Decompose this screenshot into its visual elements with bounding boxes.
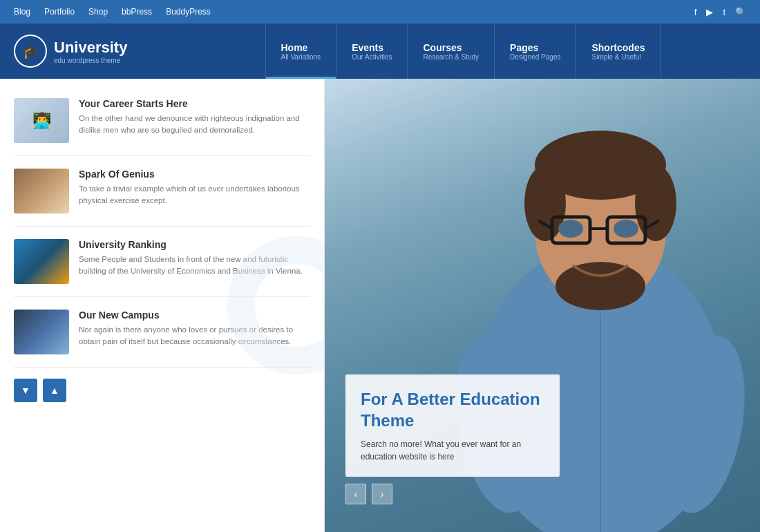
- nav-sublabel: Our Activities: [352, 53, 392, 61]
- slider-controls: ‹ ›: [345, 484, 392, 504]
- card-title: Spark Of Genius: [79, 169, 310, 180]
- card-image: [14, 310, 69, 354]
- slider-next-button[interactable]: ›: [372, 484, 392, 504]
- nav-sublabel: Research & Study: [423, 53, 479, 61]
- topbar-link-buddypress[interactable]: BuddyPress: [166, 7, 211, 17]
- youtube-icon[interactable]: ▶: [706, 7, 713, 17]
- card-text: Some People and Students in front of the…: [79, 254, 310, 278]
- nav-item-home[interactable]: HomeAll Variations: [265, 23, 337, 79]
- top-bar-social: f▶t🔍: [694, 7, 746, 17]
- card-item: Spark Of GeniusTo take a trivial example…: [14, 156, 310, 227]
- card-item: Your Career Starts HereOn the other hand…: [14, 86, 310, 156]
- search-icon[interactable]: 🔍: [735, 7, 746, 17]
- scroll-up-button[interactable]: ▲: [43, 379, 66, 402]
- logo-text-area: University edu wordpress theme: [54, 39, 127, 64]
- nav-label: Shortcodes: [591, 42, 645, 53]
- card-image: [14, 169, 69, 213]
- svg-point-5: [635, 165, 676, 241]
- topbar-link-portfolio[interactable]: Portfolio: [44, 7, 75, 17]
- nav-label: Courses: [423, 42, 479, 53]
- card-text: On the other hand we denounce with right…: [79, 113, 310, 137]
- nav-item-courses[interactable]: CoursesResearch & Study: [408, 23, 495, 79]
- card-content: University RankingSome People and Studen…: [79, 239, 310, 278]
- card-text: To take a trivial example which of us ev…: [79, 183, 310, 207]
- svg-point-12: [558, 220, 583, 238]
- left-panel: Your Career Starts HereOn the other hand…: [0, 79, 325, 532]
- card-item: University RankingSome People and Studen…: [14, 227, 310, 297]
- nav-item-events[interactable]: EventsOur Activities: [336, 23, 408, 79]
- hero-subtitle: Search no more! What you ever want for a…: [361, 438, 544, 463]
- nav-sublabel: All Variations: [281, 53, 321, 61]
- topbar-link-blog[interactable]: Blog: [14, 7, 30, 17]
- card-title: University Ranking: [79, 239, 310, 250]
- main-nav: 🎓 University edu wordpress theme HomeAll…: [0, 23, 760, 79]
- svg-point-13: [614, 220, 638, 238]
- topbar-link-bbpress[interactable]: bbPress: [122, 7, 152, 17]
- card-image: [14, 239, 69, 284]
- hero-overlay: For A Better Education Theme Search no m…: [345, 374, 560, 477]
- card-item: Our New CampusNor again is there anyone …: [14, 297, 310, 368]
- card-title: Our New Campus: [79, 310, 310, 321]
- nav-label: Pages: [510, 42, 560, 53]
- content-area: Your Career Starts HereOn the other hand…: [0, 79, 760, 532]
- card-content: Your Career Starts HereOn the other hand…: [79, 98, 310, 137]
- nav-sublabel: Simple & Useful: [591, 53, 645, 61]
- logo-subtitle: edu wordpress theme: [54, 57, 127, 64]
- card-image: [14, 98, 69, 143]
- top-bar-links: BlogPortfolioShopbbPressBuddyPress: [14, 7, 211, 17]
- slider-prev-button[interactable]: ‹: [345, 484, 366, 504]
- logo-title: University: [54, 39, 127, 57]
- scroll-down-button[interactable]: ▼: [14, 379, 37, 402]
- nav-buttons: ▼ ▲: [14, 368, 310, 409]
- nav-sublabel: Designed Pages: [510, 53, 560, 61]
- card-title: Your Career Starts Here: [79, 98, 310, 109]
- nav-label: Events: [352, 42, 392, 53]
- logo-emblem: 🎓: [22, 43, 39, 59]
- card-content: Our New CampusNor again is there anyone …: [79, 310, 310, 348]
- top-bar: BlogPortfolioShopbbPressBuddyPress f▶t🔍: [0, 0, 760, 23]
- nav-item-pages[interactable]: PagesDesigned Pages: [495, 23, 576, 79]
- logo-area: 🎓 University edu wordpress theme: [14, 35, 152, 68]
- topbar-link-shop[interactable]: Shop: [88, 7, 108, 17]
- card-text: Nor again is there anyone who loves or p…: [79, 324, 310, 348]
- facebook-icon[interactable]: f: [694, 7, 697, 17]
- nav-item-shortcodes[interactable]: ShortcodesSimple & Useful: [576, 23, 661, 79]
- hero-title: For A Better Education Theme: [361, 388, 544, 431]
- svg-point-6: [555, 262, 645, 310]
- nav-label: Home: [281, 42, 321, 53]
- nav-items: HomeAll VariationsEventsOur ActivitiesCo…: [180, 23, 746, 79]
- card-content: Spark Of GeniusTo take a trivial example…: [79, 169, 310, 207]
- logo-icon: 🎓: [14, 35, 47, 68]
- hero-area: For A Better Education Theme Search no m…: [325, 79, 760, 532]
- twitter-icon[interactable]: t: [723, 7, 725, 17]
